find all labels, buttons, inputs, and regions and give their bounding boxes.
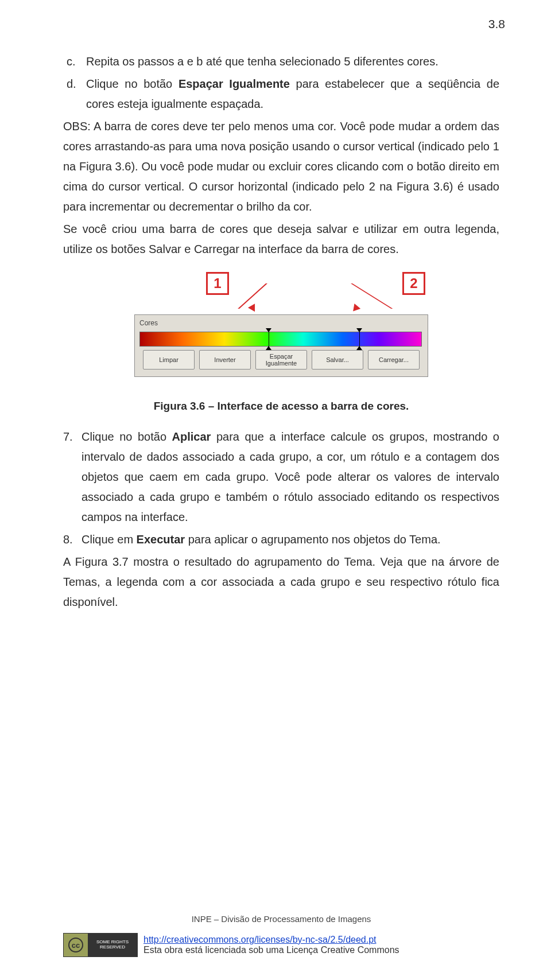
inverter-button[interactable]: Inverter [199,350,251,370]
obs-paragraph: OBS: A barra de cores deve ter pelo meno… [63,116,499,217]
footer-cc-block: cc SOME RIGHTS RESERVED http://creativec… [63,933,499,957]
list-text: Clique em Executar para aplicar o agrupa… [82,530,499,550]
list-item-c: c. Repita os passos a e b até que tenha … [63,52,499,72]
list-item-d: d. Clique no botão Espaçar Igualmente pa… [63,74,499,114]
text-bold: Espaçar Igualmente [179,77,290,90]
cc-badge-text: SOME RIGHTS RESERVED [88,934,137,956]
text-bold: Aplicar [172,430,211,443]
final-paragraph: A Figura 3.7 mostra o resultado do agrup… [63,552,499,612]
cc-logo-icon: cc [64,934,88,956]
cores-panel: Cores Limpar Inverter Espaçar Igualmente… [134,314,428,377]
text-suffix: para aplicar o agrupamento nos objetos d… [185,533,440,546]
gradient-cursor-1[interactable] [266,328,271,350]
list-marker: c. [63,52,86,72]
limpar-button[interactable]: Limpar [143,350,195,370]
save-paragraph: Se você criou uma barra de cores que des… [63,219,499,259]
list-text: Clique no botão Espaçar Igualmente para … [86,74,499,114]
footer-org: INPE – Divisão de Processamento de Image… [63,914,499,924]
list-text: Clique no botão Aplicar para que a inter… [82,427,499,527]
page-number: 3.8 [488,17,505,31]
carregar-button[interactable]: Carregar... [368,350,420,370]
figure-3-6: 1 2 Cores Limpar Inverter Espaçar Igualm… [63,272,499,427]
cc-license-text: Esta obra está licenciada sob uma Licenç… [143,945,399,955]
list-item-7: 7. Clique no botão Aplicar para que a in… [63,427,499,527]
list-text: Repita os passos a e b até que tenha sel… [86,52,499,72]
figure-caption: Figura 3.6 – Interface de acesso a barra… [154,396,409,415]
salvar-button[interactable]: Salvar... [312,350,363,370]
cc-badge-icon: cc SOME RIGHTS RESERVED [63,933,138,957]
list-item-8: 8. Clique em Executar para aplicar o agr… [63,530,499,550]
espacar-igualmente-button[interactable]: Espaçar Igualmente [255,350,307,370]
arrow-line-2 [351,283,440,309]
arrow-head-2 [350,304,360,314]
arrow-head-1 [248,304,258,313]
text-prefix: Clique no botão [86,77,179,90]
cc-circle-icon: cc [68,938,83,952]
list-marker: d. [63,74,86,114]
list-marker: 7. [63,427,82,527]
panel-title: Cores [139,317,423,329]
text-bold: Executar [137,533,185,546]
cc-license-link[interactable]: http://creativecommons.org/licenses/by-n… [143,935,399,945]
panel-button-row: Limpar Inverter Espaçar Igualmente Salva… [139,350,423,370]
page-footer: INPE – Divisão de Processamento de Image… [63,914,499,957]
figure-markers: 1 2 [134,272,428,306]
list-marker: 8. [63,530,82,550]
gradient-cursor-2[interactable] [357,328,362,350]
text-prefix: Clique no botão [82,430,172,443]
text-prefix: Clique em [82,533,137,546]
main-content: c. Repita os passos a e b até que tenha … [63,52,499,612]
cc-text-block: http://creativecommons.org/licenses/by-n… [143,935,399,955]
text-suffix: para que a interface calcule os grupos, … [82,430,499,523]
color-gradient-bar[interactable] [139,332,422,347]
